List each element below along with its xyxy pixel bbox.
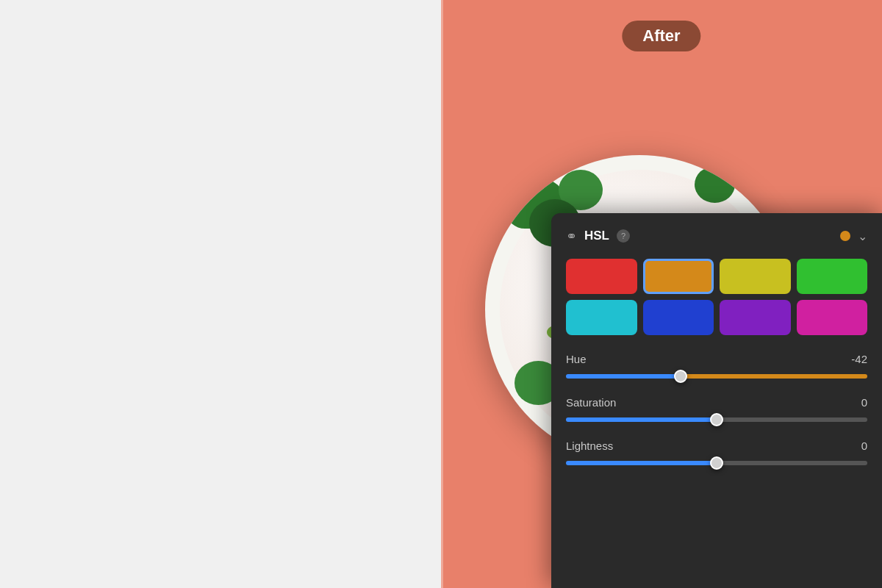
before-after-divider	[441, 0, 443, 588]
swatch-green[interactable]	[797, 259, 868, 294]
panel-header-left: ⚭ HSL ?	[566, 228, 630, 244]
lightness-track[interactable]	[566, 461, 867, 465]
swatch-blue[interactable]	[643, 300, 714, 335]
hue-slider-header: Hue -42	[566, 353, 867, 365]
link-icon: ⚭	[566, 228, 577, 244]
after-label: After	[622, 21, 700, 51]
lightness-slider-section: Lightness 0	[566, 440, 867, 465]
orange-dot-indicator	[840, 231, 850, 241]
lightness-slider-header: Lightness 0	[566, 440, 867, 452]
hue-label: Hue	[566, 353, 587, 365]
saturation-value: 0	[861, 396, 867, 409]
lightness-label: Lightness	[566, 440, 613, 452]
saturation-thumb[interactable]	[710, 413, 723, 426]
hsl-panel: ⚭ HSL ? ⌄ Hue -42 Saturation 0	[551, 213, 882, 588]
swatch-purple[interactable]	[720, 300, 791, 335]
saturation-track[interactable]	[566, 417, 867, 422]
lightness-thumb[interactable]	[710, 456, 723, 470]
help-icon[interactable]: ?	[617, 229, 630, 243]
saturation-label: Saturation	[566, 396, 616, 409]
hue-thumb[interactable]	[674, 370, 687, 383]
panel-header: ⚭ HSL ? ⌄	[566, 228, 867, 244]
swatch-red[interactable]	[566, 259, 637, 294]
saturation-slider-header: Saturation 0	[566, 396, 867, 409]
panel-title: HSL	[584, 229, 609, 243]
hue-slider-section: Hue -42	[566, 353, 867, 379]
lightness-value: 0	[861, 440, 867, 452]
swatch-cyan[interactable]	[566, 300, 637, 335]
swatch-orange[interactable]	[643, 259, 714, 294]
swatch-yellow[interactable]	[720, 259, 791, 294]
swatch-magenta[interactable]	[797, 300, 868, 335]
hue-track[interactable]	[566, 374, 867, 379]
panel-header-right: ⌄	[840, 229, 867, 243]
hue-value: -42	[851, 353, 867, 365]
color-swatches-grid	[566, 259, 867, 335]
chevron-down-icon[interactable]: ⌄	[858, 229, 867, 243]
saturation-slider-section: Saturation 0	[566, 396, 867, 422]
